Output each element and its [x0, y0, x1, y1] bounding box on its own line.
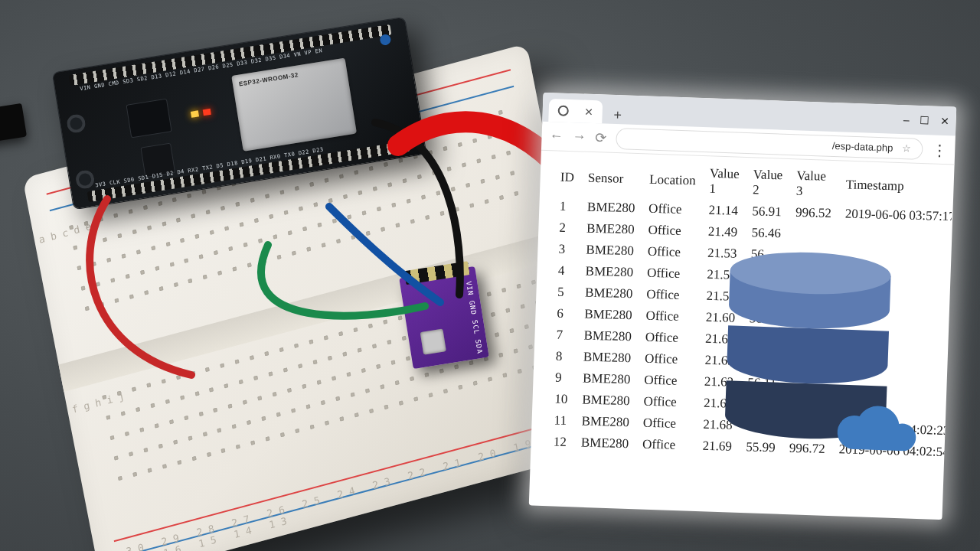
- col-value3: Value 3: [792, 167, 835, 201]
- table-cell: 10: [551, 390, 572, 409]
- window-maximize-button[interactable]: ☐: [920, 114, 930, 126]
- esp32-user-led: [203, 109, 211, 116]
- table-cell: Office: [645, 200, 698, 220]
- table-cell: Office: [642, 350, 694, 370]
- window-close-button[interactable]: ✕: [940, 115, 950, 127]
- table-cell: Office: [642, 307, 695, 327]
- table-cell: BME280: [581, 305, 635, 324]
- address-bar-url: /esp-data.php: [832, 140, 893, 154]
- bme280-board: VIN GND SCL SDA: [399, 266, 489, 369]
- cloud-icon: [832, 403, 926, 459]
- table-cell: 56.46: [748, 223, 784, 243]
- table-cell: 2: [556, 219, 577, 238]
- table-cell: BME280: [582, 283, 636, 303]
- table-cell: Office: [639, 435, 692, 455]
- esp32-usb-chip: [126, 99, 172, 139]
- table-cell: [841, 226, 953, 247]
- esp32-power-led: [191, 110, 199, 117]
- tab-close-icon[interactable]: ✕: [583, 106, 593, 118]
- table-cell: BME280: [583, 241, 637, 261]
- tab-favicon-icon: [558, 105, 569, 116]
- table-cell: 5: [554, 283, 575, 302]
- col-timestamp: Timestamp: [842, 168, 952, 204]
- table-cell: Office: [641, 371, 694, 391]
- table-cell: BME280: [580, 347, 634, 367]
- window-minimize-button[interactable]: –: [903, 113, 910, 126]
- table-cell: 21.14: [705, 201, 741, 220]
- col-value1: Value 1: [706, 165, 743, 199]
- new-tab-button[interactable]: +: [608, 106, 627, 125]
- table-cell: Office: [642, 328, 695, 348]
- table-cell: BME280: [578, 433, 632, 453]
- table-cell: Office: [644, 264, 697, 284]
- bookmark-star-icon[interactable]: ☆: [902, 142, 912, 154]
- table-cell: BME280: [580, 369, 634, 389]
- col-sensor: Sensor: [584, 161, 639, 197]
- table-cell: BME280: [584, 198, 639, 218]
- esp32-boot-button: [74, 169, 95, 190]
- table-cell: 9: [552, 369, 573, 388]
- table-cell: BME280: [583, 220, 638, 240]
- table-cell: 8: [553, 347, 573, 367]
- table-cell: BME280: [582, 262, 636, 282]
- table-cell: Office: [640, 414, 693, 434]
- col-location: Location: [646, 163, 700, 198]
- table-cell: 11: [550, 412, 571, 431]
- table-cell: 4: [554, 262, 575, 281]
- table-cell: 3: [555, 240, 576, 259]
- bme280-sensor-chip: [420, 328, 446, 354]
- table-cell: BME280: [578, 412, 632, 432]
- forward-button[interactable]: →: [572, 129, 586, 145]
- browser-tab[interactable]: ✕: [548, 99, 603, 123]
- table-cell: 996.52: [792, 204, 835, 223]
- table-cell: Office: [644, 243, 697, 262]
- table-cell: 56.91: [749, 202, 785, 221]
- table-cell: [792, 225, 834, 244]
- browser-menu-button[interactable]: ⋮: [932, 140, 948, 159]
- table-cell: Office: [645, 221, 697, 241]
- table-cell: 6: [554, 305, 574, 324]
- table-cell: Office: [640, 393, 693, 412]
- table-cell: Office: [643, 285, 696, 305]
- col-id: ID: [557, 161, 577, 195]
- reload-button[interactable]: ⟳: [595, 129, 607, 147]
- table-cell: 21.49: [705, 223, 741, 242]
- col-value2: Value 2: [750, 165, 786, 200]
- table-cell: BME280: [579, 390, 633, 410]
- table-cell: BME280: [580, 326, 635, 346]
- esp32-en-button: [66, 113, 87, 134]
- table-cell: 12: [550, 432, 571, 452]
- table-cell: 1: [557, 197, 577, 217]
- back-button[interactable]: ←: [549, 128, 564, 145]
- table-cell: 2019-06-06 03:57:17: [841, 204, 952, 226]
- table-cell: 7: [553, 326, 573, 345]
- esp32-indicator-dot: [379, 34, 391, 46]
